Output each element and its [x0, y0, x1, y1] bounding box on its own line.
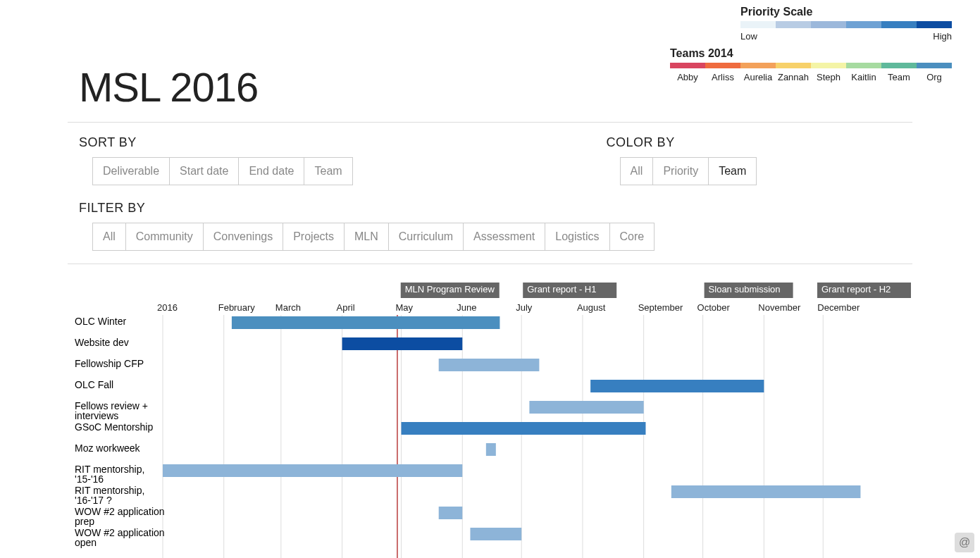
team-swatch [811, 63, 846, 68]
priority-scale-legend: Priority Scale Low High [670, 6, 952, 42]
team-label: Org [926, 72, 942, 82]
team-legend-item: Abby [670, 63, 705, 82]
sort-option-deliverable[interactable]: Deliverable [92, 157, 170, 185]
priority-swatch [811, 21, 846, 28]
priority-swatch [846, 21, 881, 28]
priority-low-label: Low [740, 31, 757, 42]
team-label: Aurelia [744, 72, 772, 82]
milestone-label: MLN Program Review [405, 284, 495, 294]
team-legend-item: Arliss [705, 63, 740, 82]
team-legend-item: Zannah [776, 63, 811, 82]
team-swatch [846, 63, 881, 68]
sort-by-group: SORT BY DeliverableStart dateEnd dateTea… [79, 135, 353, 185]
team-legend-item: Team [881, 63, 917, 82]
task-label: OLC Winter [75, 316, 126, 327]
team-swatch [705, 63, 740, 68]
task-label: OLC Fall [75, 379, 113, 390]
priority-swatch [881, 21, 917, 28]
month-label: July [516, 302, 533, 313]
team-swatch [740, 63, 776, 68]
team-swatch [881, 63, 917, 68]
task-bar[interactable] [590, 380, 764, 392]
filter-option-convenings[interactable]: Convenings [203, 223, 284, 251]
filter-by-label: FILTER BY [79, 201, 912, 216]
month-label: November [758, 302, 801, 313]
task-label: GSoC Mentorship [75, 421, 153, 433]
task-bar[interactable] [470, 528, 521, 540]
month-label: September [638, 302, 683, 313]
filter-option-all[interactable]: All [92, 223, 126, 251]
task-bar[interactable] [671, 485, 861, 498]
task-label: '16-'17 ? [75, 495, 112, 506]
task-label: '15-'16 [75, 473, 104, 485]
month-label: June [457, 302, 476, 313]
color-option-priority[interactable]: Priority [652, 157, 709, 185]
at-icon[interactable]: @ [955, 533, 974, 552]
task-label: open [75, 537, 97, 548]
task-bar[interactable] [529, 401, 643, 414]
priority-scale-title: Priority Scale [740, 6, 952, 18]
team-legend-item: Kaitlin [846, 63, 881, 82]
sort-option-start-date[interactable]: Start date [169, 157, 239, 185]
task-label: Website dev [75, 337, 129, 348]
priority-swatch [740, 21, 776, 28]
team-label: Kaitlin [851, 72, 876, 82]
team-label: Abby [677, 72, 698, 82]
month-label: October [697, 302, 731, 313]
filter-option-core[interactable]: Core [609, 223, 655, 251]
team-label: Zannah [778, 72, 809, 82]
priority-high-label: High [933, 31, 952, 42]
sort-option-team[interactable]: Team [304, 157, 352, 185]
month-label: February [218, 302, 256, 313]
filter-option-curriculum[interactable]: Curriculum [388, 223, 464, 251]
color-by-group: COLOR BY AllPriorityTeam [607, 135, 757, 185]
task-bar[interactable] [486, 443, 496, 456]
month-label: December [817, 302, 860, 313]
filter-option-mln[interactable]: MLN [344, 223, 389, 251]
task-bar[interactable] [439, 507, 463, 519]
filter-option-community[interactable]: Community [125, 223, 204, 251]
gantt-chart: 2016FebruaryMarchAprilMayJuneJulyAugustS… [68, 277, 912, 558]
filter-option-projects[interactable]: Projects [283, 223, 345, 251]
milestone-label: Sloan submission [709, 284, 781, 294]
team-legend-item: Steph [811, 63, 846, 82]
month-label: 2016 [157, 302, 178, 313]
color-option-team[interactable]: Team [708, 157, 757, 185]
team-label: Steph [817, 72, 841, 82]
month-label: May [396, 302, 414, 313]
priority-swatch [776, 21, 811, 28]
milestone-label: Grant report - H2 [821, 284, 891, 294]
team-label: Team [888, 72, 910, 82]
task-bar[interactable] [402, 422, 646, 435]
milestone-label: Grant report - H1 [527, 284, 596, 294]
month-label: April [337, 302, 355, 313]
color-option-all[interactable]: All [620, 157, 654, 185]
team-swatch [670, 63, 705, 68]
teams-legend: Teams 2014 AbbyArlissAureliaZannahStephK… [670, 47, 952, 82]
team-legend-item: Aurelia [740, 63, 776, 82]
task-bar[interactable] [163, 464, 462, 477]
priority-swatch [917, 21, 952, 28]
team-label: Arliss [712, 72, 734, 82]
filter-option-logistics[interactable]: Logistics [545, 223, 609, 251]
filter-by-group: FILTER BY AllCommunityConveningsProjects… [79, 201, 912, 251]
team-legend-item: Org [917, 63, 952, 82]
sort-option-end-date[interactable]: End date [238, 157, 304, 185]
sort-by-label: SORT BY [79, 135, 353, 150]
filter-option-assessment[interactable]: Assessment [463, 223, 545, 251]
team-swatch [917, 63, 952, 68]
color-by-label: COLOR BY [607, 135, 757, 150]
task-label: Fellowship CFP [75, 358, 144, 369]
task-label: interviews [75, 410, 118, 421]
teams-legend-title: Teams 2014 [670, 47, 952, 60]
task-label: prep [75, 516, 94, 527]
task-label: Moz workweek [75, 442, 141, 454]
task-bar[interactable] [232, 316, 500, 329]
month-label: August [577, 302, 606, 313]
month-label: March [275, 302, 301, 313]
team-swatch [776, 63, 811, 68]
task-bar[interactable] [342, 337, 463, 350]
task-bar[interactable] [439, 359, 540, 371]
